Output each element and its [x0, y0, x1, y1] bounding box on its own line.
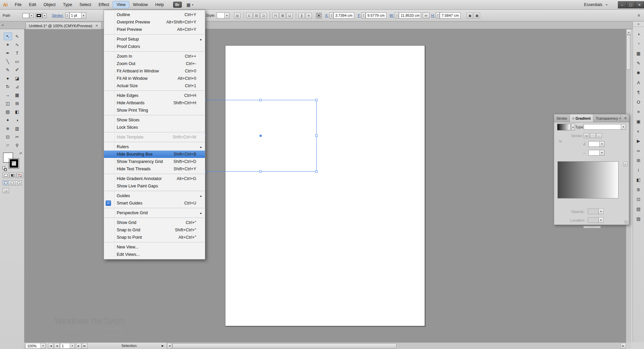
opacity-field[interactable]: ▼ [588, 209, 603, 214]
align-horizontal-right-icon[interactable]: ⊐ [260, 13, 267, 18]
recolor-artwork-icon[interactable]: ◎ [234, 13, 240, 18]
maximize-button[interactable]: ▢ [627, 1, 635, 8]
bridge-button[interactable]: Br [173, 2, 182, 8]
menubar-item-view[interactable]: View [113, 1, 129, 8]
aspect-dropdown-arrow-icon[interactable]: ▼ [599, 150, 604, 155]
gradient-along-stroke-icon[interactable]: ◠ [590, 133, 596, 138]
view-menu-item-zoom-out[interactable]: Zoom OutCtrl+- [104, 60, 205, 67]
gradient-aspect-field[interactable]: ▼ [588, 150, 604, 156]
gradient-across-stroke-icon[interactable]: ◡ [596, 133, 602, 138]
opentype-panel-icon[interactable]: O [635, 98, 643, 106]
view-menu-item-lock-slices[interactable]: Lock Slices [104, 124, 205, 131]
type-tool[interactable]: T [13, 49, 21, 57]
layers-panel-icon[interactable]: ≣ [635, 185, 643, 193]
align-vertical-top-icon[interactable]: ⊓ [272, 13, 279, 18]
fill-color-control[interactable]: ▼ [22, 13, 34, 18]
paragraph-panel-icon[interactable]: ¶ [635, 88, 643, 96]
minimize-button[interactable]: – [618, 1, 627, 8]
view-menu-item-snap-to-point[interactable]: Snap to PointAlt+Ctrl+" [104, 234, 205, 241]
view-menu-item-pixel-preview[interactable]: Pixel PreviewAlt+Ctrl+Y [104, 26, 205, 33]
w-label[interactable]: W: [389, 13, 394, 17]
free-transform-tool[interactable]: ▦ [13, 91, 21, 99]
panel-tab-stroke[interactable]: Stroke [554, 114, 570, 122]
x-field[interactable]: 3.7394 cm [333, 12, 354, 18]
gradient-tool[interactable]: ◧ [13, 108, 21, 116]
zoom-control[interactable]: 100% ▼ [25, 343, 46, 349]
menubar-item-file[interactable]: File [11, 1, 25, 8]
constrain-proportions-icon[interactable]: ∞ [422, 12, 430, 18]
artboard-tool[interactable]: ⊡ [4, 133, 12, 141]
angle-dropdown-arrow-icon[interactable]: ▼ [599, 141, 604, 147]
tab-close-icon[interactable]: ✕ [95, 24, 98, 27]
next-artboard-button[interactable]: ▶ [76, 343, 82, 349]
reference-point-locator[interactable] [316, 13, 322, 18]
selection-handle[interactable] [315, 99, 318, 101]
stroke-link[interactable]: Stroke: [52, 13, 64, 17]
flattener-preview-panel-icon[interactable]: ▨ [635, 215, 643, 223]
column-graph-tool[interactable]: ▥ [13, 125, 21, 132]
magic-wand-tool[interactable]: ✶ [4, 41, 12, 49]
stroke-weight-dropdown-icon[interactable]: ▼ [82, 12, 86, 18]
color-panel-icon[interactable]: ◑ [635, 30, 643, 38]
artboard-number-dropdown-icon[interactable]: ▼ [70, 343, 75, 349]
character-panel-icon[interactable]: A [635, 78, 643, 86]
w-stepper[interactable]: ▲▼ [395, 12, 399, 18]
stroke-weight-stepper[interactable]: ▲▼ [65, 12, 69, 18]
last-artboard-button[interactable]: ▶| [82, 343, 88, 349]
brushes-panel-icon[interactable]: ✎ [635, 59, 643, 67]
artboard-number-field[interactable]: 1 [60, 343, 70, 349]
align-vertical-center-icon[interactable]: ⊞ [279, 13, 286, 18]
swatches-panel-icon[interactable]: ▦ [635, 49, 643, 57]
x-label[interactable]: X: [325, 13, 328, 17]
stroke-color-proxy[interactable] [9, 158, 19, 169]
y-stepper[interactable]: ▲▼ [362, 12, 366, 18]
gradient-button[interactable] [10, 173, 16, 178]
view-menu-item-edit-views[interactable]: Edit Views... [104, 251, 205, 258]
align-horizontal-left-icon[interactable]: ⊏ [246, 13, 253, 18]
draw-normal-button[interactable] [3, 180, 9, 185]
view-menu-item-fit-all-in-window[interactable]: Fit All in WindowAlt+Ctrl+0 [104, 75, 205, 82]
document-tab[interactable]: Untitled-1* @ 100% (CMYK/Preview) ✕ [25, 22, 102, 29]
view-menu-item-hide-template[interactable]: Hide TemplateShift+Ctrl+W [104, 133, 205, 141]
align-vertical-bottom-icon[interactable]: ⊔ [286, 13, 293, 18]
view-menu-item-outline[interactable]: OutlineCtrl+Y [104, 11, 205, 18]
opacity-dropdown-arrow-icon[interactable]: ▼ [598, 209, 603, 214]
menubar-item-object[interactable]: Object [40, 1, 59, 8]
horizontal-scroll-thumb[interactable] [172, 343, 396, 348]
status-flyout-icon[interactable]: ▶ [162, 344, 164, 347]
previous-artboard-button[interactable]: ◀ [54, 343, 60, 349]
view-menu-item-hide-edges[interactable]: Hide EdgesCtrl+H [104, 92, 205, 99]
view-menu-item-actual-size[interactable]: Actual SizeCtrl+1 [104, 82, 205, 90]
info-panel-icon[interactable]: i [635, 166, 643, 174]
mesh-tool[interactable]: ▤ [4, 108, 12, 116]
collapse-tools-chevron-icon[interactable]: « [2, 23, 4, 27]
view-menu-item-snap-to-grid[interactable]: Snap to GridShift+Ctrl+" [104, 226, 205, 234]
shape-builder-tool[interactable]: ◫ [4, 100, 12, 107]
scroll-left-arrow-icon[interactable]: ◀ [167, 343, 172, 349]
stroke-color-control[interactable]: ▼ [36, 13, 47, 18]
w-field[interactable]: 11.8533 cm [399, 12, 421, 18]
stroke-weight-field[interactable]: 1 pt [69, 12, 82, 18]
panel-tab-transparency[interactable]: Transparency [593, 114, 621, 122]
reference-point-dot[interactable] [320, 17, 322, 18]
y-label[interactable]: Y: [357, 13, 361, 17]
menubar-item-help[interactable]: Help [152, 1, 168, 8]
artboards-panel-icon[interactable]: ⊡ [635, 195, 643, 203]
slice-tool[interactable]: ✂ [13, 133, 21, 141]
distribute-horizontal-icon[interactable]: ∥ [299, 13, 305, 18]
control-panel-menu-icon[interactable]: ≡ [638, 13, 640, 18]
selection-handle[interactable] [315, 134, 318, 137]
zoom-tool[interactable]: ⚲ [13, 141, 21, 149]
panel-tab-gradient[interactable]: ◇Gradient [570, 114, 593, 122]
close-button[interactable]: ✕ [635, 1, 644, 8]
view-menu-item-show-transparency-grid[interactable]: Show Transparency GridShift+Ctrl+D [104, 158, 205, 165]
view-menu-item-fit-artboard-in-window[interactable]: Fit Artboard in WindowCtrl+0 [104, 67, 205, 75]
none-button[interactable] [17, 173, 23, 178]
view-menu-item-guides[interactable]: Guides▸ [104, 192, 205, 199]
graphic-styles-panel-icon[interactable]: ▣ [635, 117, 643, 125]
eraser-tool[interactable]: ◪ [13, 74, 21, 82]
view-menu-item-show-slices[interactable]: Show Slices [104, 116, 205, 124]
location-field[interactable]: ▼ [588, 217, 603, 223]
selection-tool[interactable]: ↖ [4, 33, 12, 40]
view-menu-item-proof-setup[interactable]: Proof Setup▸ [104, 36, 205, 43]
